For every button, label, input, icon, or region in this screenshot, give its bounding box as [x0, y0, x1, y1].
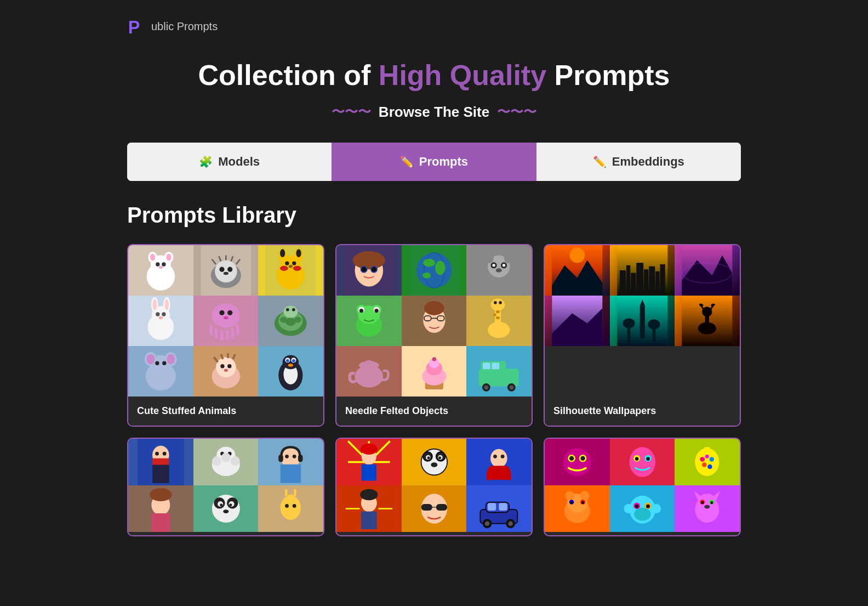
svg-point-88 [353, 251, 385, 269]
svg-point-281 [702, 463, 707, 468]
svg-point-71 [227, 365, 231, 369]
svg-point-311 [705, 505, 710, 509]
svg-point-185 [163, 452, 167, 456]
svg-point-292 [581, 501, 584, 504]
card-images-characters [128, 439, 323, 532]
card-img-cell [128, 245, 193, 296]
svg-point-282 [708, 465, 713, 469]
svg-rect-170 [639, 306, 644, 339]
svg-point-6 [150, 254, 155, 261]
tab-embeddings[interactable]: ✏️ Embeddings [536, 143, 741, 181]
svg-rect-157 [626, 265, 630, 296]
svg-rect-220 [294, 489, 296, 497]
svg-rect-258 [488, 503, 496, 511]
wave-left-icon: 〜〜〜 [332, 103, 371, 121]
card-img-cell [675, 245, 740, 296]
svg-point-33 [289, 265, 293, 268]
card-img-cell [336, 485, 402, 532]
svg-point-16 [223, 272, 228, 275]
svg-point-130 [496, 316, 500, 320]
card-img-cell [258, 296, 323, 346]
svg-rect-259 [499, 503, 507, 511]
svg-point-154 [570, 248, 585, 263]
card-img-cell [545, 245, 610, 296]
svg-point-48 [223, 316, 228, 320]
svg-rect-197 [279, 455, 284, 462]
card-img-cell [402, 296, 467, 346]
card-img-cell [466, 439, 532, 485]
card-img-cell [258, 245, 323, 296]
svg-point-237 [438, 457, 441, 460]
svg-rect-163 [660, 264, 665, 296]
svg-point-291 [570, 501, 573, 504]
card-needle-felted[interactable]: Needle Felted Objects [335, 244, 533, 427]
svg-rect-241 [490, 466, 507, 480]
svg-point-262 [485, 522, 490, 526]
svg-rect-136 [365, 360, 373, 365]
card-characters[interactable] [127, 438, 324, 536]
card-label-silhouette: Silhouette Wallpapers [545, 397, 740, 426]
svg-point-211 [220, 504, 222, 507]
svg-point-269 [580, 456, 585, 461]
svg-point-274 [635, 457, 638, 461]
svg-point-126 [491, 299, 505, 311]
svg-point-31 [280, 266, 288, 271]
card-img-cell [258, 346, 323, 397]
browse-label: Browse The Site [379, 104, 489, 121]
card-img-cell [128, 296, 193, 346]
hero-title: Collection of High Quality Prompts [127, 58, 741, 92]
card-img-cell [258, 439, 323, 485]
tabs-container: 🧩 Models ✏️ Prompts ✏️ Embeddings [127, 143, 741, 181]
card-silhouette[interactable]: Silhouette Wallpapers [544, 244, 741, 427]
svg-rect-147 [492, 363, 500, 370]
svg-point-117 [374, 309, 378, 313]
svg-point-301 [652, 504, 661, 513]
svg-point-240 [490, 449, 507, 468]
svg-rect-228 [362, 465, 376, 481]
svg-point-120 [424, 302, 444, 316]
svg-point-69 [216, 358, 236, 378]
svg-point-39 [153, 299, 157, 310]
logo-text: ublic Prompts [151, 20, 218, 33]
svg-point-280 [710, 457, 715, 462]
svg-text:P: P [128, 18, 140, 36]
svg-point-193 [230, 457, 239, 466]
svg-point-238 [431, 463, 437, 468]
svg-point-32 [293, 266, 301, 271]
svg-point-275 [646, 457, 650, 461]
tab-models[interactable]: 🧩 Models [127, 143, 332, 181]
svg-rect-252 [421, 504, 432, 511]
card-img-cell [336, 439, 402, 485]
title-prefix: Collection of [198, 59, 379, 91]
logo-icon: P [127, 16, 147, 36]
card-comic[interactable] [335, 438, 533, 536]
svg-rect-246 [361, 512, 377, 529]
svg-rect-158 [631, 273, 636, 296]
card-cute-stuffed-animals[interactable]: Cute Stuffed Animals [127, 244, 324, 427]
tab-prompts[interactable]: ✏️ Prompts [332, 143, 536, 181]
svg-point-150 [484, 386, 488, 389]
svg-point-14 [219, 267, 224, 272]
svg-point-52 [284, 306, 298, 318]
card-img-cell [336, 346, 402, 397]
svg-point-47 [227, 310, 232, 315]
cards-grid: Cute Stuffed Animals [127, 244, 741, 536]
card-psychedelic[interactable] [544, 438, 741, 536]
svg-point-92 [372, 267, 376, 272]
svg-point-199 [285, 455, 289, 458]
svg-point-175 [648, 320, 660, 330]
svg-rect-216 [288, 495, 294, 509]
svg-point-106 [496, 269, 502, 273]
svg-point-116 [359, 309, 363, 313]
svg-point-268 [569, 456, 574, 461]
svg-point-55 [285, 318, 295, 326]
svg-rect-162 [655, 271, 659, 296]
svg-point-310 [711, 501, 713, 504]
svg-point-131 [494, 314, 497, 317]
svg-point-204 [150, 488, 172, 501]
svg-point-236 [427, 457, 430, 460]
svg-point-107 [486, 251, 494, 263]
svg-point-83 [286, 359, 289, 363]
svg-point-300 [624, 504, 633, 513]
title-highlight: High Quality [379, 59, 546, 91]
